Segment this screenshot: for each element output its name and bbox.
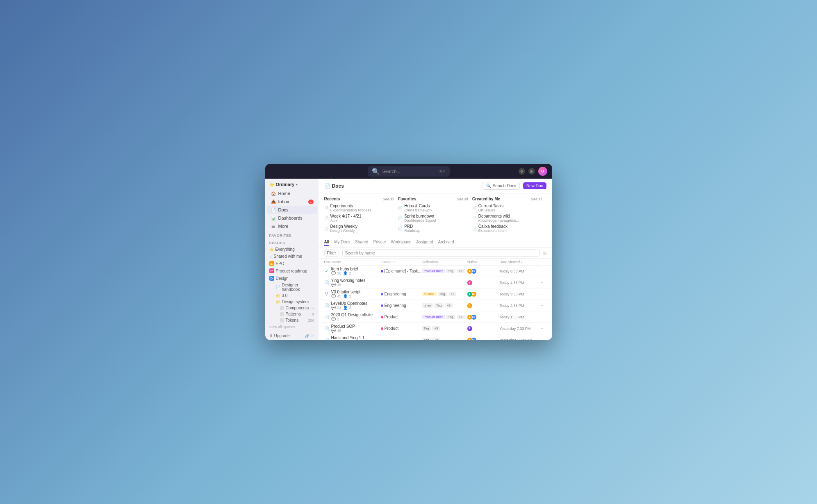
author-cell: T A [467,291,500,297]
avatar: A [467,314,473,320]
collection-cell: Product Brief Tag +3 [422,315,467,319]
tab-private[interactable]: Private [373,239,386,246]
favorite-item-2[interactable]: 📄 Sprint burndown Dashboards Squod [398,213,468,223]
doc-icon: 📄 [276,285,280,289]
search-docs-button[interactable]: 🔍 Search Docs [482,182,520,190]
sidebar-item-inbox[interactable]: 📥 Inbox 1 [267,198,317,206]
collection-cell: release Tag +1 [422,292,467,296]
tag: Tag [446,315,455,319]
tag: Tag [438,292,447,296]
inbox-badge: 1 [308,200,313,204]
doc-icon: 📄 [472,206,477,210]
created-item-text: Departments wiki Knowledge manageme... [478,214,519,222]
sidebar-item-more[interactable]: ☰ More [267,222,317,230]
settings-icon[interactable]: ⊞ [543,251,546,255]
comment-icon: 💬 [331,306,336,310]
sidebar-item-designer-handbook[interactable]: 📄 Designer handbook [265,282,319,293]
docs-table: ✓ Item hubs brief 💬36 👤2 [Epic name] - T… [319,266,552,340]
sidebar-item-docs[interactable]: 📄 Docs ··· [267,206,317,214]
global-search[interactable]: 🔍 Search... ⌘K [368,166,450,177]
favorite-item-3[interactable]: 📄 PRD Roadmap [398,223,468,234]
avatar: Y [467,280,473,286]
grid-icon[interactable]: ⊞ [528,168,535,175]
sidebar-item-design[interactable]: D Design [265,275,319,282]
table-row[interactable]: ✓ Item hubs brief 💬36 👤2 [Epic name] - T… [319,266,552,277]
docs-icon: 📄 [324,183,330,189]
sidebar-item-home[interactable]: 🏠 Home [267,189,317,198]
created-item-1[interactable]: 📄 Current Tasks UK Issues [472,203,542,213]
created-by-me-col: Created by Me See all 📄 Current Tasks UK… [472,197,546,234]
sidebar-item-shared[interactable]: ◁ Shared with me [265,253,319,260]
sidebar-item-dashboards[interactable]: 📊 Dashboards [267,214,317,222]
doc-name-cell: ✓ Item hubs brief 💬36 👤2 [324,267,381,275]
row-more-button[interactable]: ··· [537,280,546,285]
header-actions: 🔍 Search Docs New Doc [482,182,546,190]
table-row[interactable]: V V3.0 tailor script 💬45 👤2 Engineering [319,288,552,300]
sidebar-item-product-roadmap[interactable]: P Product roadmap [265,267,319,275]
created-by-me-see-all[interactable]: See all [531,197,542,201]
settings-icon[interactable]: ⚙ [519,168,525,175]
filter-row: Filter ⊞ [319,248,552,259]
tag: Tag [422,338,431,340]
filter-button[interactable]: Filter [324,250,339,257]
sidebar-item-epo[interactable]: E EPO [265,260,319,267]
tag: Product Brief [422,269,445,273]
tab-assigned[interactable]: Assigned [416,239,433,246]
new-doc-button[interactable]: New Doc [523,182,546,189]
location-cell: Engineering [381,303,422,308]
tag: +3 [445,303,453,308]
author-cell: P [467,326,500,331]
sidebar-item-components[interactable]: Components 56 [265,305,319,311]
col-date-viewed[interactable]: Date viewed ↓ [500,260,537,264]
created-item-3[interactable]: 📄 Calixa feedback Expansions team [472,223,542,234]
recent-item-1[interactable]: 📄 Experiments Experimentation Process [324,203,394,213]
favorites-see-all[interactable]: See all [457,197,468,201]
table-row[interactable]: 📄 Haris and Ying 1:1 💬1 👤2 – Tag +3 [319,334,552,340]
row-more-button[interactable]: ··· [537,292,546,296]
recents-title-row: Recents See all [324,197,394,201]
docs-more-icon[interactable]: ··· [310,208,313,212]
sidebar-item-patterns[interactable]: Patterns 9 [265,311,319,317]
location-cell: Product [381,315,422,319]
sidebar-item-30[interactable]: 📁 3.0 [265,293,319,299]
tab-archived[interactable]: Archived [438,239,454,246]
table-row[interactable]: 📄 Product SOP 💬45 Product Tag [319,323,552,334]
favorite-item-1[interactable]: 📄 Hubs & Cards Cards framework [398,203,468,213]
created-by-me-heading: Created by Me [472,197,500,201]
sidebar-item-design-system[interactable]: 📁 Design system [265,299,319,305]
tag: +3 [457,269,464,273]
row-more-button[interactable]: ··· [537,338,546,340]
search-docs-label: Search Docs [493,184,516,188]
tab-my-docs[interactable]: My Docs [334,239,350,246]
author-cell: Y [467,280,500,286]
comment-icon: 💬 [331,271,336,275]
row-more-button[interactable]: ··· [537,269,546,273]
table-row[interactable]: 📄 LevelUp Opennotes 💬23 👤2 Engineering [319,300,552,311]
table-row[interactable]: 📄 Ying working notes 💬15 – Y Today 4 [319,277,552,288]
user-avatar[interactable]: U [538,167,547,176]
row-more-button[interactable]: ··· [537,303,546,308]
sidebar-item-everything[interactable]: ⭐ Everything [265,246,319,253]
author-cell: A B [467,337,500,341]
recent-item-3[interactable]: 📄 Design Weekly Design Weekly [324,223,394,234]
created-item-2[interactable]: 📄 Departments wiki Knowledge manageme... [472,213,542,223]
sidebar-footer[interactable]: ⬆ Upgrade 🔗 ⏱ [265,331,319,340]
doc-name-cell: 📄 Product SOP 💬45 [324,324,381,333]
space-label: Shared with me [274,254,302,259]
comment-icon: 💬 [331,294,336,298]
main-layout: ⭐ Ordinary ▾ 🏠 Home 📥 Inbox 1 📄 Docs ··· [265,179,552,340]
recent-item-2[interactable]: 📄 Week 4/17 - 4/21 April [324,213,394,223]
workspace-selector[interactable]: ⭐ Ordinary ▾ [265,179,319,188]
share-icon: ◁ [269,254,272,259]
view-all-spaces[interactable]: View all Spaces [265,323,319,331]
sidebar-item-tokens[interactable]: Tokens 256 [265,317,319,323]
row-more-button[interactable]: ··· [537,326,546,331]
table-row[interactable]: 📄 2023 Q1 Design offsite 💬3 Product [319,311,552,323]
search-by-name-input[interactable] [342,250,540,257]
recents-see-all[interactable]: See all [383,197,394,201]
components-count: 56 [310,306,314,310]
row-more-button[interactable]: ··· [537,315,546,319]
tab-workspace[interactable]: Workspace [391,239,412,246]
tab-shared[interactable]: Shared [355,239,368,246]
tab-all[interactable]: All [324,239,330,246]
